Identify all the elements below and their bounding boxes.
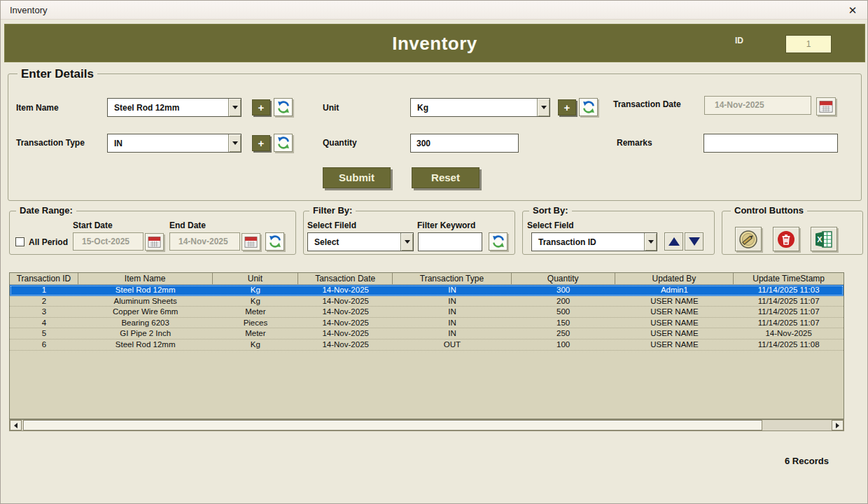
table-cell: GI Pipe 2 Inch (78, 328, 213, 339)
unit-combo[interactable]: Kg (410, 98, 550, 117)
enter-details-title: Enter Details (18, 67, 97, 81)
add-transaction-type-button[interactable]: + (252, 135, 270, 151)
refresh-units-button[interactable] (579, 98, 598, 116)
chevron-down-icon[interactable] (228, 99, 241, 116)
quantity-label: Quantity (323, 138, 357, 148)
sort-up-icon (668, 237, 680, 246)
table-row[interactable]: 2Aluminum SheetsKg14-Nov-2025IN200USER N… (10, 296, 844, 307)
table-row[interactable]: 5GI Pipe 2 InchMeter14-Nov-2025IN250USER… (10, 328, 844, 340)
table-cell: USER NAME (615, 328, 734, 339)
column-header[interactable]: Item Name (78, 273, 213, 284)
id-label: ID (735, 36, 743, 46)
table-cell: 14-Nov-2025 (298, 296, 393, 307)
table-cell: 6 (10, 340, 78, 350)
table-cell: 14-Nov-2025 (298, 307, 393, 317)
filter-keyword-input[interactable] (418, 232, 482, 251)
sync-icon (582, 100, 596, 114)
transaction-date-calendar-button[interactable] (816, 97, 836, 115)
add-unit-button[interactable]: + (558, 99, 576, 115)
sync-icon (268, 234, 282, 248)
column-header[interactable]: Transaction ID (10, 273, 78, 284)
export-excel-button[interactable]: X (811, 227, 837, 251)
scroll-left-icon (14, 423, 18, 428)
sort-ascending-button[interactable] (664, 232, 683, 251)
table-cell: 14-Nov-2025 (298, 328, 393, 339)
scroll-right-button[interactable] (832, 420, 844, 430)
quantity-input[interactable] (410, 134, 519, 153)
table-cell: Meter (213, 307, 299, 317)
refresh-date-range-button[interactable] (265, 232, 284, 251)
refresh-transaction-types-button[interactable] (274, 134, 293, 152)
start-date-label: Start Date (73, 220, 113, 230)
table-cell: 200 (512, 296, 615, 307)
transaction-type-combo[interactable]: IN (107, 134, 241, 153)
column-header[interactable]: Update TimeStamp (734, 273, 844, 284)
start-date-field[interactable]: 15-Oct-2025 (73, 232, 144, 251)
remarks-input[interactable] (704, 134, 838, 153)
all-period-label: All Period (29, 237, 68, 247)
transaction-date-field[interactable]: 14-Nov-2025 (704, 96, 811, 115)
sort-down-icon (689, 237, 700, 246)
scroll-left-button[interactable] (10, 420, 22, 430)
column-header[interactable]: Tansaction Date (298, 273, 393, 284)
table-row[interactable]: 1Steel Rod 12mmKg14-Nov-2025IN300Admin11… (10, 285, 844, 296)
close-icon[interactable]: ✕ (844, 3, 862, 18)
filter-by-title: Filter By: (309, 205, 356, 216)
table-cell: IN (393, 318, 512, 328)
scrollbar-thumb[interactable] (23, 420, 762, 430)
column-header[interactable]: Quantity (512, 273, 615, 284)
calendar-icon (244, 236, 258, 248)
table-cell: 5 (10, 328, 78, 339)
table-header-row: Transaction IDItem NameUnitTansaction Da… (10, 273, 844, 285)
table-cell: 150 (512, 318, 615, 328)
end-date-calendar-button[interactable] (241, 233, 260, 251)
table-cell: 11/14/2025 11:07 (734, 318, 844, 328)
chevron-down-icon[interactable] (400, 233, 413, 251)
table-cell: Kg (213, 296, 299, 307)
excel-export-icon: X (814, 230, 834, 249)
table-row[interactable]: 4Bearing 6203Pieces14-Nov-2025IN150USER … (10, 318, 844, 329)
control-buttons-title: Control Buttons (731, 205, 807, 216)
all-period-checkbox[interactable] (15, 237, 24, 246)
submit-button[interactable]: Submit (323, 167, 391, 188)
delete-icon (776, 230, 796, 249)
sort-descending-button[interactable] (685, 232, 704, 251)
filter-field-combo[interactable]: Select (307, 232, 414, 251)
calendar-icon (148, 236, 161, 248)
table-cell: Kg (213, 285, 299, 295)
sync-icon (276, 136, 290, 150)
column-header[interactable]: Transaction Type (393, 273, 512, 284)
table-cell: 11/14/2025 11:07 (734, 296, 844, 307)
app-header: Inventory ID 1 (4, 24, 865, 62)
inventory-window: Inventory ✕ Inventory ID 1 Enter Details… (0, 0, 868, 504)
chevron-down-icon[interactable] (644, 233, 657, 251)
table-cell: USER NAME (615, 318, 734, 328)
table-row[interactable]: 3Copper Wire 6mmMeter14-Nov-2025IN500USE… (10, 307, 844, 318)
item-name-combo[interactable]: Steel Rod 12mm (107, 98, 241, 117)
table-cell: IN (393, 296, 512, 307)
apply-filter-button[interactable] (489, 232, 507, 251)
remarks-label: Remarks (617, 138, 652, 148)
table-row[interactable]: 6Steel Rod 12mmKg14-Nov-2025OUT100USER N… (10, 340, 844, 351)
table-cell: USER NAME (615, 296, 734, 307)
table-cell: 4 (10, 318, 78, 328)
column-header[interactable]: Unit (213, 273, 299, 284)
chevron-down-icon[interactable] (537, 99, 550, 116)
start-date-calendar-button[interactable] (145, 233, 164, 251)
reset-button[interactable]: Reset (412, 167, 479, 188)
delete-button[interactable] (773, 227, 799, 251)
id-field[interactable]: 1 (785, 35, 832, 53)
refresh-items-button[interactable] (274, 98, 293, 116)
end-date-field[interactable]: 14-Nov-2025 (169, 232, 240, 251)
column-header[interactable]: Updated By (615, 273, 734, 284)
add-item-button[interactable]: + (252, 99, 270, 115)
table-cell: Copper Wire 6mm (78, 307, 213, 317)
table-cell: USER NAME (615, 307, 734, 317)
sort-field-combo[interactable]: Transaction ID (531, 232, 657, 251)
svg-text:X: X (817, 235, 822, 244)
chevron-down-icon[interactable] (228, 134, 241, 152)
item-name-label: Item Name (16, 103, 59, 113)
edit-button[interactable] (735, 227, 762, 251)
calendar-icon (819, 100, 833, 113)
horizontal-scrollbar[interactable] (9, 419, 844, 431)
